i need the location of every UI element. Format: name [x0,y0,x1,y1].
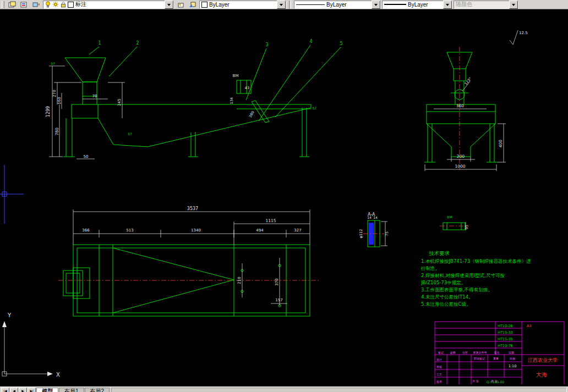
tb-doc-number: Q.Y.160-00 [487,380,504,384]
note-line: 2.焊接材料,对接焊缝采用I型式,尺寸可按 [421,273,505,278]
plot-style-combo: 随颜色 [454,1,518,9]
next-tab-button[interactable]: ▶ [19,388,27,392]
title-block-code: HT15-33 [498,330,513,335]
dim-400: 400 [498,140,503,148]
dim-3537: 3537 [187,206,198,211]
plot-style-combo-arrow [509,1,518,9]
layer-combo[interactable]: 标注 [43,1,174,9]
tb-sign-label: 审核 [436,365,442,368]
layer-states-button[interactable] [19,1,30,9]
layer-translate-icon [32,1,40,8]
layers-icon [8,1,16,8]
dim-1115: 1115 [265,218,276,223]
note-line: JB/Z105-73中规定。 [420,280,466,285]
current-lineweight-value: ByLayer [408,2,428,8]
layer-states-icon [20,1,28,8]
section-aa: A-A φ112 14 14 75 [359,212,389,247]
tb-sign-label: 设计 [436,358,442,361]
weld-symbol-label: 57 [51,62,55,65]
dim-134: 134 [230,97,234,104]
dim-123deg: 123° [463,76,472,86]
layer-combo-arrow[interactable] [165,1,173,9]
notes-title: 技术要求 [429,250,450,256]
make-object-layer-current-button[interactable] [175,1,186,9]
note-line: 1.本机焊接按JB741-73《钢制焊接容器技术条件》进 [421,258,531,264]
part-label-4: 4 [309,39,312,44]
part-label-5: 5 [340,41,342,46]
layer-freeze-sun-icon [52,1,59,8]
dim-327: 327 [294,228,301,233]
dim-14b: 14 [373,216,378,219]
detail-bm-label: BM [233,74,239,78]
layer-properties-button[interactable] [7,1,18,9]
tb-header-col: 分区 [462,351,468,354]
dim-245: 245 [117,98,122,106]
part-label-2: 2 [136,41,139,46]
tab-layout2[interactable]: 布局2 [85,388,110,392]
tb-drawing-title: 大海 [536,372,547,378]
current-linetype-value: ByLayer [326,2,347,8]
previous-tab-button[interactable]: ◀ [10,388,18,392]
dim-1340: 1340 [191,228,201,233]
color-combo[interactable]: ByLayer [199,1,286,9]
technical-requirements: 技术要求 1.本机焊接按JB741-73《钢制焊接容器技术条件》进 行制造。 2… [420,250,531,307]
make-layer-current-icon [177,1,184,8]
dim-370: 370 [275,278,279,285]
layer-translate-button[interactable] [31,1,42,9]
dim-75: 75 [385,231,389,236]
current-color-value: ByLayer [209,2,230,8]
lineweight-combo[interactable]: ByLayer [382,1,452,9]
dim-70: 70 [92,94,97,98]
dim-157: 157 [275,298,282,302]
drawing-canvas[interactable]: 1 2 3 4 5 57 57 57 1299 270 160 780 245 … [0,9,568,387]
toolbar-grip[interactable] [2,1,4,8]
linetype-combo-arrow[interactable] [372,1,380,9]
side-view: 1 2 3 4 5 57 57 57 1299 270 160 780 245 … [46,39,343,159]
tb-sheet-total: 共 张 [472,379,479,383]
dim-1299: 1299 [46,106,51,117]
tb-scale-label: 比例 [510,357,515,361]
plan-view: 3537 1115 366 513 1340 494 327 210 370 1… [58,206,320,316]
ucs-x-label: X [56,372,60,378]
tb-header-col: 处数 [450,351,456,355]
paper-size-label: A3 [527,324,532,328]
tb-stage-label: 阶段标记 [474,357,485,361]
title-block: HT10-26 HT15-33 HT15-35 HT10-76 A3 标记 处数… [435,322,564,384]
part-label-3: 3 [265,42,268,47]
tb-scale-value: 1:10 [509,364,517,368]
dim-200: 200 [457,154,465,159]
note-line: 3.工作面图表面平整,不得有划痕。 [421,287,493,292]
dim-14a: 14 [367,216,372,219]
lineweight-combo-arrow[interactable] [443,1,452,9]
dim-43: 43 [245,86,249,90]
dim-50: 50 [84,154,89,159]
autocad-window: 标注 ByLayer ByLayer ByLayer 随颜色 [0,0,568,392]
object-properties-toolbar: 标注 ByLayer ByLayer ByLayer 随颜色 [0,0,568,9]
dim-160: 160 [57,97,62,104]
layer-color-swatch [68,2,74,8]
dim-1000: 1000 [455,164,465,169]
dim-380: 380 [248,111,255,119]
tb-sign-label: 工艺 [436,373,442,376]
tb-header-col: 日期 [509,351,514,355]
dim-210: 210 [237,277,242,284]
crosshair-cursor [0,165,24,224]
layout-tab-bar: |◀ ◀ ▶ ▶| 模型 布局1 布局2 [0,387,568,392]
linetype-combo[interactable]: ByLayer [294,1,381,9]
tb-sign-label: 批准 [436,380,442,384]
tab-model[interactable]: 模型 [36,388,58,392]
weld-symbol-label: 57 [312,106,316,110]
color-combo-arrow[interactable] [277,1,286,9]
tab-layout1[interactable]: 布局1 [59,388,84,392]
layer-previous-button[interactable] [187,1,198,9]
note-line: 行制造。 [420,266,440,271]
horizontal-scrollbar[interactable] [111,388,567,392]
dim-phi112: φ112 [359,229,363,239]
title-block-code: HT10-26 [498,324,513,328]
ucs-y-label: Y [7,312,12,318]
toolbar-separator [289,1,291,9]
first-tab-button[interactable]: |◀ [1,388,9,392]
last-tab-button[interactable]: ▶| [28,388,36,392]
lineweight-sample-icon [384,4,406,5]
layer-previous-icon [189,1,196,8]
